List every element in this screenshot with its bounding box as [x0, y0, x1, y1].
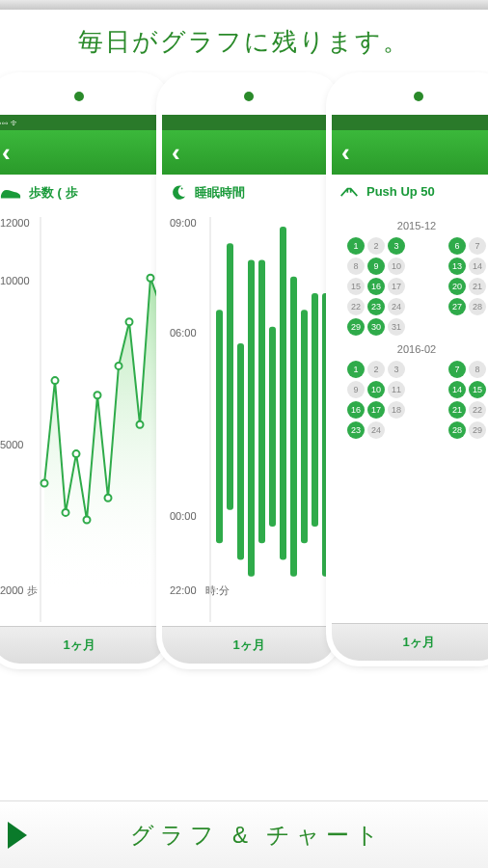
chart-title: Push Up 50: [366, 184, 435, 199]
calendar-day[interactable]: 30: [367, 318, 385, 336]
back-button[interactable]: ‹: [341, 138, 350, 168]
calendar-grid: 12378910111415161718212223242829: [334, 361, 488, 439]
svg-point-1: [41, 480, 48, 487]
period-tab[interactable]: 1ヶ月: [0, 626, 166, 664]
headline: 毎日がグラフに残ります。: [0, 10, 488, 70]
svg-rect-18: [248, 260, 255, 577]
period-tab[interactable]: 1ヶ月: [332, 623, 488, 661]
calendar-day[interactable]: 14: [469, 258, 486, 275]
back-button[interactable]: ‹: [172, 138, 180, 168]
calendar-day[interactable]: 8: [347, 258, 365, 275]
moon-icon: [170, 184, 187, 202]
calendar-day[interactable]: 24: [388, 298, 405, 315]
phone-pushup: ‹ › Push Up 50 2015-12123678910131415161…: [332, 78, 488, 661]
calendar-day[interactable]: 29: [347, 318, 365, 336]
camera-dot: [74, 92, 84, 101]
calendar-day[interactable]: 14: [448, 381, 466, 398]
svg-rect-15: [216, 310, 223, 543]
phone-bezel: [0, 78, 166, 115]
sleep-chart: 09:00 06:00 00:00 22:00 時:分: [162, 211, 336, 626]
svg-rect-20: [269, 327, 276, 527]
phone-bezel: [332, 78, 488, 115]
footer-text: グラフ & チャート: [27, 820, 488, 851]
svg-point-5: [84, 517, 91, 524]
status-bar: ◦◦◦ ᯤ: [0, 115, 166, 130]
chart-title: 睡眠時間: [195, 184, 245, 202]
period-tab[interactable]: 1ヶ月: [162, 626, 336, 664]
top-gradient-bar: [0, 0, 488, 10]
phones-row: ◦◦◦ ᯤ ‹ 歩数 ( 歩 12000 10000 5000 2000 歩 1…: [0, 70, 488, 803]
phone-steps: ◦◦◦ ᯤ ‹ 歩数 ( 歩 12000 10000 5000 2000 歩 1…: [0, 78, 166, 664]
svg-rect-19: [258, 260, 265, 544]
calendar-day[interactable]: 17: [367, 401, 385, 419]
calendar-day[interactable]: 13: [448, 258, 466, 275]
calendar-day[interactable]: 22: [469, 401, 486, 419]
calendar-day[interactable]: 10: [388, 258, 405, 275]
svg-point-4: [73, 450, 80, 457]
svg-rect-21: [280, 227, 286, 559]
calendar-day[interactable]: 21: [469, 278, 486, 295]
calendar-day[interactable]: 7: [469, 237, 486, 255]
calendar-day[interactable]: 7: [448, 361, 466, 378]
calendar-area: 2015-12123678910131415161720212223242728…: [332, 208, 488, 623]
svg-rect-25: [322, 293, 329, 577]
calendar-day[interactable]: 29: [469, 421, 486, 439]
calendar-day[interactable]: 28: [448, 421, 466, 439]
svg-point-10: [137, 421, 144, 428]
chart-header: 歩数 ( 歩: [0, 175, 166, 211]
calendar-month-label: 2016-02: [334, 343, 488, 355]
calendar-day[interactable]: 1: [347, 361, 365, 378]
calendar-day[interactable]: 3: [388, 237, 405, 255]
calendar-day[interactable]: 9: [347, 381, 365, 398]
svg-point-2: [52, 377, 59, 384]
calendar-month-label: 2015-12: [334, 220, 488, 231]
play-triangle-icon: [8, 822, 27, 849]
shoe-icon: [0, 186, 21, 200]
calendar-day[interactable]: 16: [347, 401, 365, 419]
calendar-day[interactable]: 1: [347, 237, 365, 255]
camera-dot: [414, 92, 423, 101]
phone-bezel: [162, 78, 336, 115]
calendar-day[interactable]: 3: [388, 361, 405, 378]
calendar-day[interactable]: 6: [448, 237, 466, 255]
calendar-day[interactable]: 31: [388, 318, 405, 336]
footer: グラフ & チャート: [0, 800, 488, 868]
calendar-day[interactable]: 24: [367, 421, 385, 439]
svg-point-7: [105, 495, 112, 502]
calendar-day[interactable]: 2: [367, 361, 385, 378]
calendar-day[interactable]: 18: [388, 401, 405, 419]
calendar-day[interactable]: 16: [367, 278, 385, 295]
calendar-day[interactable]: 9: [367, 258, 385, 275]
wifi-icon: ◦◦◦ ᯤ: [0, 118, 20, 128]
calendar-day[interactable]: 2: [367, 237, 385, 255]
calendar-day[interactable]: 23: [367, 298, 385, 315]
line-svg: [0, 217, 162, 622]
calendar-day[interactable]: 28: [469, 298, 486, 315]
calendar-day[interactable]: 8: [469, 361, 486, 378]
nav-bar: ‹: [0, 130, 166, 175]
camera-dot: [244, 92, 254, 101]
back-button[interactable]: ‹: [2, 138, 11, 168]
calendar-day[interactable]: 15: [347, 278, 365, 295]
calendar-day[interactable]: 10: [367, 381, 385, 398]
svg-point-8: [116, 363, 122, 369]
chart-header: 睡眠時間: [162, 175, 336, 211]
calendar-day[interactable]: 27: [448, 298, 466, 315]
svg-point-13: [181, 188, 183, 190]
calendar-day[interactable]: 21: [448, 401, 466, 419]
calendar-day[interactable]: 23: [347, 421, 365, 439]
calendar-grid: 123678910131415161720212223242728293031: [334, 237, 488, 336]
calendar-day[interactable]: 15: [469, 381, 486, 398]
nav-bar: ‹: [162, 130, 336, 175]
phone-sleep: ‹ 睡眠時間 09:00 06:00 00:00 22:00 時:分 1ヶ月: [162, 78, 336, 664]
svg-point-3: [63, 509, 69, 516]
svg-rect-23: [301, 310, 308, 543]
chart-title: 歩数 ( 歩: [29, 184, 78, 202]
svg-point-6: [95, 392, 101, 398]
calendar-day[interactable]: 20: [448, 278, 466, 295]
calendar-day[interactable]: 11: [388, 381, 405, 398]
calendar-day[interactable]: 22: [347, 298, 365, 315]
status-bar: [162, 115, 336, 130]
status-bar: [332, 115, 488, 130]
calendar-day[interactable]: 17: [388, 278, 405, 295]
